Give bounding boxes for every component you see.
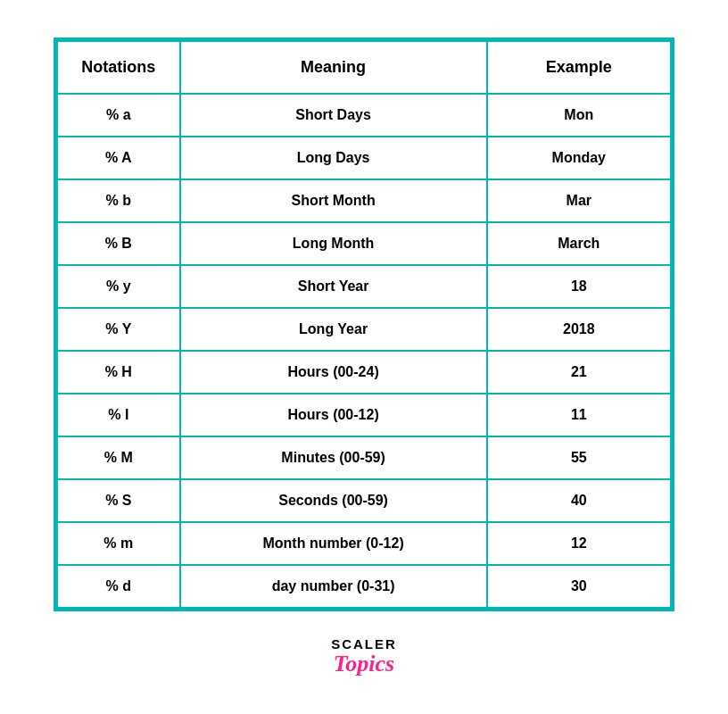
cell-meaning: Month number (0-12) (180, 522, 487, 565)
cell-example: March (487, 222, 671, 265)
table-header-row: Notations Meaning Example (57, 41, 671, 94)
table-row: % MMinutes (00-59)55 (57, 436, 671, 479)
page-wrapper: Notations Meaning Example % aShort DaysM… (0, 2, 728, 713)
cell-notation: % d (57, 565, 180, 608)
cell-example: Mon (487, 94, 671, 137)
cell-meaning: Minutes (00-59) (180, 436, 487, 479)
footer-topics-label: Topics (334, 652, 394, 677)
cell-notation: % a (57, 94, 180, 137)
cell-meaning: Long Year (180, 308, 487, 351)
cell-example: Monday (487, 137, 671, 179)
cell-example: 2018 (487, 308, 671, 351)
table-row: % mMonth number (0-12)12 (57, 522, 671, 565)
cell-meaning: Long Days (180, 137, 487, 179)
table-row: % dday number (0-31)30 (57, 565, 671, 608)
table-container: Notations Meaning Example % aShort DaysM… (54, 37, 674, 611)
cell-example: 18 (487, 265, 671, 308)
cell-notation: % I (57, 394, 180, 436)
table-row: % aShort DaysMon (57, 94, 671, 137)
footer: SCALER Topics (331, 636, 397, 677)
cell-notation: % Y (57, 308, 180, 351)
notations-table: Notations Meaning Example % aShort DaysM… (56, 40, 672, 609)
table-row: % ALong DaysMonday (57, 137, 671, 179)
cell-example: 30 (487, 565, 671, 608)
cell-meaning: day number (0-31) (180, 565, 487, 608)
table-row: % yShort Year18 (57, 265, 671, 308)
cell-notation: % y (57, 265, 180, 308)
cell-notation: % S (57, 479, 180, 522)
cell-meaning: Long Month (180, 222, 487, 265)
cell-notation: % M (57, 436, 180, 479)
footer-scaler-label: SCALER (331, 636, 397, 652)
cell-example: 40 (487, 479, 671, 522)
table-row: % IHours (00-12)11 (57, 394, 671, 436)
cell-notation: % H (57, 351, 180, 394)
cell-meaning: Short Month (180, 179, 487, 222)
table-row: % HHours (00-24)21 (57, 351, 671, 394)
table-row: % SSeconds (00-59)40 (57, 479, 671, 522)
cell-meaning: Hours (00-12) (180, 394, 487, 436)
cell-notation: % B (57, 222, 180, 265)
cell-example: 11 (487, 394, 671, 436)
cell-meaning: Short Days (180, 94, 487, 137)
header-meaning: Meaning (180, 41, 487, 94)
cell-example: 55 (487, 436, 671, 479)
cell-notation: % b (57, 179, 180, 222)
cell-example: 21 (487, 351, 671, 394)
cell-notation: % m (57, 522, 180, 565)
table-row: % BLong MonthMarch (57, 222, 671, 265)
cell-example: Mar (487, 179, 671, 222)
table-row: % YLong Year2018 (57, 308, 671, 351)
table-row: % bShort MonthMar (57, 179, 671, 222)
cell-example: 12 (487, 522, 671, 565)
cell-notation: % A (57, 137, 180, 179)
cell-meaning: Hours (00-24) (180, 351, 487, 394)
cell-meaning: Seconds (00-59) (180, 479, 487, 522)
header-notation: Notations (57, 41, 180, 94)
cell-meaning: Short Year (180, 265, 487, 308)
header-example: Example (487, 41, 671, 94)
